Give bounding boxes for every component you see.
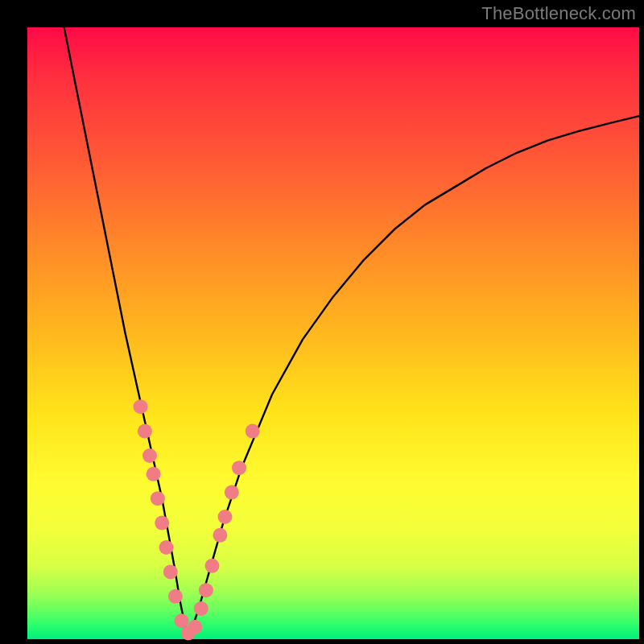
sample-dot (138, 424, 152, 439)
chart-svg (27, 27, 639, 639)
sample-dot (147, 467, 161, 481)
sample-dot (155, 516, 169, 530)
chart-frame: TheBottleneck.com (0, 0, 644, 644)
sample-dot (199, 583, 213, 597)
sample-dot (168, 589, 183, 604)
sample-dot (159, 540, 174, 555)
sample-dot (163, 564, 178, 579)
sample-dot (188, 620, 202, 634)
sample-dot (194, 601, 208, 616)
sample-dot (142, 448, 157, 463)
sample-dot (218, 510, 233, 524)
sample-dot (175, 613, 189, 628)
watermark-text: TheBottleneck.com (481, 3, 636, 24)
sample-dot (213, 528, 227, 543)
chart-plot-area (27, 27, 639, 639)
sample-dot (232, 460, 246, 475)
sample-dots (134, 399, 260, 640)
bottleneck-curve (64, 27, 639, 633)
sample-dot (225, 485, 239, 500)
sample-dot (205, 559, 220, 573)
sample-dot (134, 399, 148, 414)
sample-dot (246, 424, 260, 439)
sample-dot (151, 491, 165, 506)
